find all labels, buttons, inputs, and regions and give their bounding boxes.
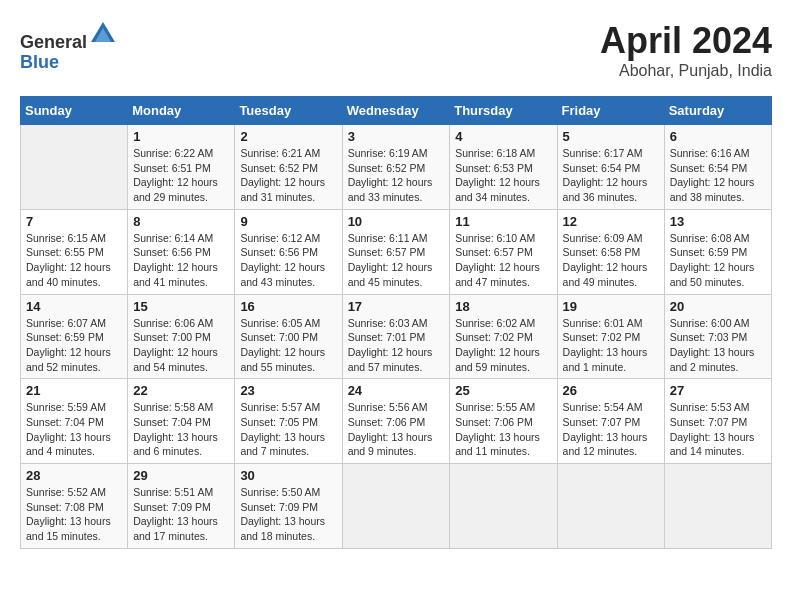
day-info: Sunrise: 6:08 AM Sunset: 6:59 PM Dayligh… xyxy=(670,231,766,290)
calendar-cell: 4Sunrise: 6:18 AM Sunset: 6:53 PM Daylig… xyxy=(450,125,557,210)
calendar-cell: 7Sunrise: 6:15 AM Sunset: 6:55 PM Daylig… xyxy=(21,209,128,294)
calendar-cell: 18Sunrise: 6:02 AM Sunset: 7:02 PM Dayli… xyxy=(450,294,557,379)
day-info: Sunrise: 5:57 AM Sunset: 7:05 PM Dayligh… xyxy=(240,400,336,459)
calendar-cell xyxy=(342,464,450,549)
day-number: 7 xyxy=(26,214,122,229)
day-number: 18 xyxy=(455,299,551,314)
calendar-cell: 20Sunrise: 6:00 AM Sunset: 7:03 PM Dayli… xyxy=(664,294,771,379)
calendar-cell: 8Sunrise: 6:14 AM Sunset: 6:56 PM Daylig… xyxy=(128,209,235,294)
calendar-cell: 11Sunrise: 6:10 AM Sunset: 6:57 PM Dayli… xyxy=(450,209,557,294)
day-info: Sunrise: 5:50 AM Sunset: 7:09 PM Dayligh… xyxy=(240,485,336,544)
day-number: 30 xyxy=(240,468,336,483)
weekday-header: Tuesday xyxy=(235,97,342,125)
day-number: 11 xyxy=(455,214,551,229)
day-info: Sunrise: 6:11 AM Sunset: 6:57 PM Dayligh… xyxy=(348,231,445,290)
weekday-header: Saturday xyxy=(664,97,771,125)
day-info: Sunrise: 5:54 AM Sunset: 7:07 PM Dayligh… xyxy=(563,400,659,459)
location-title: Abohar, Punjab, India xyxy=(600,62,772,80)
calendar-cell xyxy=(450,464,557,549)
day-info: Sunrise: 5:59 AM Sunset: 7:04 PM Dayligh… xyxy=(26,400,122,459)
weekday-header: Wednesday xyxy=(342,97,450,125)
day-number: 6 xyxy=(670,129,766,144)
weekday-header: Sunday xyxy=(21,97,128,125)
day-info: Sunrise: 6:01 AM Sunset: 7:02 PM Dayligh… xyxy=(563,316,659,375)
logo-icon xyxy=(89,20,117,48)
day-info: Sunrise: 6:21 AM Sunset: 6:52 PM Dayligh… xyxy=(240,146,336,205)
day-info: Sunrise: 5:53 AM Sunset: 7:07 PM Dayligh… xyxy=(670,400,766,459)
calendar-cell: 21Sunrise: 5:59 AM Sunset: 7:04 PM Dayli… xyxy=(21,379,128,464)
day-info: Sunrise: 5:55 AM Sunset: 7:06 PM Dayligh… xyxy=(455,400,551,459)
day-info: Sunrise: 6:10 AM Sunset: 6:57 PM Dayligh… xyxy=(455,231,551,290)
day-number: 23 xyxy=(240,383,336,398)
day-number: 28 xyxy=(26,468,122,483)
calendar-cell: 25Sunrise: 5:55 AM Sunset: 7:06 PM Dayli… xyxy=(450,379,557,464)
month-title: April 2024 xyxy=(600,20,772,62)
day-number: 9 xyxy=(240,214,336,229)
day-number: 21 xyxy=(26,383,122,398)
logo-general: General xyxy=(20,32,87,52)
day-number: 1 xyxy=(133,129,229,144)
calendar-cell: 30Sunrise: 5:50 AM Sunset: 7:09 PM Dayli… xyxy=(235,464,342,549)
weekday-header: Thursday xyxy=(450,97,557,125)
day-info: Sunrise: 6:09 AM Sunset: 6:58 PM Dayligh… xyxy=(563,231,659,290)
calendar-cell: 17Sunrise: 6:03 AM Sunset: 7:01 PM Dayli… xyxy=(342,294,450,379)
day-info: Sunrise: 6:12 AM Sunset: 6:56 PM Dayligh… xyxy=(240,231,336,290)
day-number: 15 xyxy=(133,299,229,314)
day-info: Sunrise: 6:22 AM Sunset: 6:51 PM Dayligh… xyxy=(133,146,229,205)
calendar-cell: 14Sunrise: 6:07 AM Sunset: 6:59 PM Dayli… xyxy=(21,294,128,379)
header-row: SundayMondayTuesdayWednesdayThursdayFrid… xyxy=(21,97,772,125)
calendar-cell: 6Sunrise: 6:16 AM Sunset: 6:54 PM Daylig… xyxy=(664,125,771,210)
calendar-cell xyxy=(21,125,128,210)
calendar-table: SundayMondayTuesdayWednesdayThursdayFrid… xyxy=(20,96,772,549)
calendar-cell: 16Sunrise: 6:05 AM Sunset: 7:00 PM Dayli… xyxy=(235,294,342,379)
calendar-cell: 24Sunrise: 5:56 AM Sunset: 7:06 PM Dayli… xyxy=(342,379,450,464)
day-info: Sunrise: 6:16 AM Sunset: 6:54 PM Dayligh… xyxy=(670,146,766,205)
logo-blue: Blue xyxy=(20,52,59,72)
calendar-cell: 15Sunrise: 6:06 AM Sunset: 7:00 PM Dayli… xyxy=(128,294,235,379)
day-number: 2 xyxy=(240,129,336,144)
day-info: Sunrise: 6:05 AM Sunset: 7:00 PM Dayligh… xyxy=(240,316,336,375)
day-number: 4 xyxy=(455,129,551,144)
calendar-cell: 28Sunrise: 5:52 AM Sunset: 7:08 PM Dayli… xyxy=(21,464,128,549)
calendar-cell: 29Sunrise: 5:51 AM Sunset: 7:09 PM Dayli… xyxy=(128,464,235,549)
calendar-cell: 2Sunrise: 6:21 AM Sunset: 6:52 PM Daylig… xyxy=(235,125,342,210)
day-info: Sunrise: 6:03 AM Sunset: 7:01 PM Dayligh… xyxy=(348,316,445,375)
day-info: Sunrise: 5:58 AM Sunset: 7:04 PM Dayligh… xyxy=(133,400,229,459)
day-info: Sunrise: 5:52 AM Sunset: 7:08 PM Dayligh… xyxy=(26,485,122,544)
calendar-cell: 3Sunrise: 6:19 AM Sunset: 6:52 PM Daylig… xyxy=(342,125,450,210)
header: General Blue April 2024 Abohar, Punjab, … xyxy=(20,20,772,80)
calendar-cell: 27Sunrise: 5:53 AM Sunset: 7:07 PM Dayli… xyxy=(664,379,771,464)
calendar-week-row: 1Sunrise: 6:22 AM Sunset: 6:51 PM Daylig… xyxy=(21,125,772,210)
day-info: Sunrise: 6:15 AM Sunset: 6:55 PM Dayligh… xyxy=(26,231,122,290)
day-number: 3 xyxy=(348,129,445,144)
logo: General Blue xyxy=(20,20,117,73)
day-number: 13 xyxy=(670,214,766,229)
day-number: 20 xyxy=(670,299,766,314)
day-info: Sunrise: 6:18 AM Sunset: 6:53 PM Dayligh… xyxy=(455,146,551,205)
day-info: Sunrise: 5:56 AM Sunset: 7:06 PM Dayligh… xyxy=(348,400,445,459)
day-info: Sunrise: 6:14 AM Sunset: 6:56 PM Dayligh… xyxy=(133,231,229,290)
day-number: 16 xyxy=(240,299,336,314)
day-number: 8 xyxy=(133,214,229,229)
calendar-cell xyxy=(664,464,771,549)
weekday-header: Friday xyxy=(557,97,664,125)
calendar-cell: 5Sunrise: 6:17 AM Sunset: 6:54 PM Daylig… xyxy=(557,125,664,210)
day-number: 27 xyxy=(670,383,766,398)
day-number: 22 xyxy=(133,383,229,398)
day-number: 19 xyxy=(563,299,659,314)
calendar-cell: 26Sunrise: 5:54 AM Sunset: 7:07 PM Dayli… xyxy=(557,379,664,464)
calendar-week-row: 14Sunrise: 6:07 AM Sunset: 6:59 PM Dayli… xyxy=(21,294,772,379)
calendar-week-row: 7Sunrise: 6:15 AM Sunset: 6:55 PM Daylig… xyxy=(21,209,772,294)
day-number: 29 xyxy=(133,468,229,483)
calendar-cell: 23Sunrise: 5:57 AM Sunset: 7:05 PM Dayli… xyxy=(235,379,342,464)
day-number: 17 xyxy=(348,299,445,314)
calendar-cell: 12Sunrise: 6:09 AM Sunset: 6:58 PM Dayli… xyxy=(557,209,664,294)
calendar-cell: 19Sunrise: 6:01 AM Sunset: 7:02 PM Dayli… xyxy=(557,294,664,379)
calendar-week-row: 28Sunrise: 5:52 AM Sunset: 7:08 PM Dayli… xyxy=(21,464,772,549)
day-number: 25 xyxy=(455,383,551,398)
calendar-cell: 9Sunrise: 6:12 AM Sunset: 6:56 PM Daylig… xyxy=(235,209,342,294)
title-section: April 2024 Abohar, Punjab, India xyxy=(600,20,772,80)
day-info: Sunrise: 6:19 AM Sunset: 6:52 PM Dayligh… xyxy=(348,146,445,205)
day-number: 26 xyxy=(563,383,659,398)
calendar-week-row: 21Sunrise: 5:59 AM Sunset: 7:04 PM Dayli… xyxy=(21,379,772,464)
